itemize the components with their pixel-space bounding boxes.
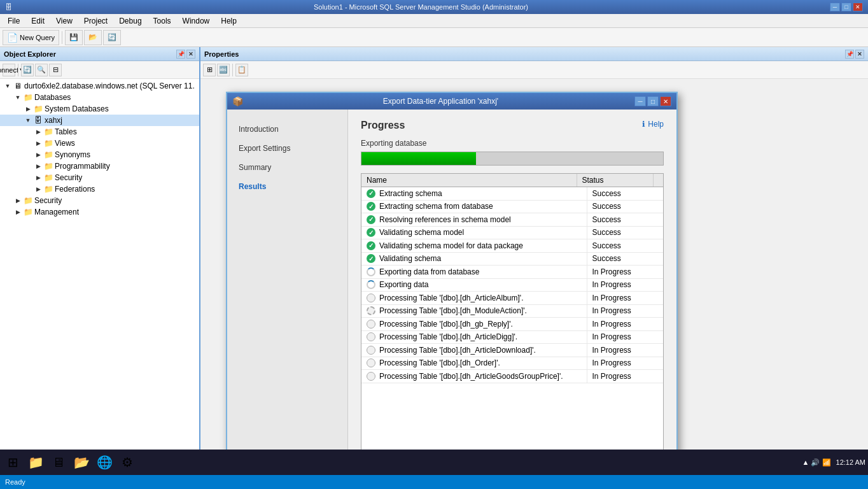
toolbar-btn-3[interactable]: 🔄 xyxy=(103,30,121,45)
props-pin-button[interactable]: 📌 xyxy=(845,50,854,59)
tree-system-databases-node[interactable]: ▶ 📁 System Databases xyxy=(0,103,199,115)
taskbar-app-4[interactable]: 🌐 xyxy=(94,452,115,472)
tree-security-root-node[interactable]: ▶ 📁 Security xyxy=(0,195,199,206)
name-cell: ✓ Validating schema xyxy=(361,253,587,266)
table-row: Processing Table '[dbo].[dh_ArticleGoods… xyxy=(361,370,663,383)
dialog-maximize-button[interactable]: □ xyxy=(647,96,659,106)
security-root-expander[interactable]: ▶ xyxy=(13,195,23,206)
oe-collapse-button[interactable]: ⊟ xyxy=(49,64,62,76)
results-table-container[interactable]: Name Status ✓ xyxy=(361,173,664,489)
taskbar-app-3[interactable]: 📂 xyxy=(71,452,92,472)
tables-expander[interactable]: ▶ xyxy=(33,127,43,137)
dialog-title-icon: 📦 xyxy=(232,96,243,106)
sys-db-expander[interactable]: ▶ xyxy=(23,104,33,114)
dialog-controls[interactable]: ─ □ ✕ xyxy=(634,96,671,106)
oe-refresh-icon: 🔄 xyxy=(23,66,32,74)
nav-results[interactable]: Results xyxy=(234,180,341,194)
dialog-close-button[interactable]: ✕ xyxy=(660,96,671,106)
table-row: ✓ Resolving references in schema model S… xyxy=(361,213,663,227)
tree-synonyms-node[interactable]: ▶ 📁 Synonyms xyxy=(0,149,199,160)
prog-expander[interactable]: ▶ xyxy=(33,161,43,171)
new-query-button[interactable]: 📄 New Query xyxy=(3,30,59,45)
dialog-minimize-button[interactable]: ─ xyxy=(634,96,646,106)
minimize-button[interactable]: ─ xyxy=(830,3,840,11)
synonyms-expander[interactable]: ▶ xyxy=(33,150,43,160)
connect-label: Connect xyxy=(0,66,18,74)
oe-refresh-button[interactable]: 🔄 xyxy=(21,64,34,76)
props-controls[interactable]: 📌 ✕ xyxy=(845,50,864,59)
row-name: Processing Table '[dbo].[dh_ArticleDigg]… xyxy=(379,332,517,341)
menu-edit[interactable]: Edit xyxy=(26,15,50,27)
views-expander[interactable]: ▶ xyxy=(33,138,43,148)
status-cell: In Progress xyxy=(587,344,663,357)
table-scroll-body[interactable]: ✓ Extracting schema Success ✓ Extracting… xyxy=(361,187,663,383)
menu-view[interactable]: View xyxy=(51,15,78,27)
mgmt-expander[interactable]: ▶ xyxy=(13,207,23,217)
connect-button[interactable]: Connect▼ xyxy=(3,64,15,76)
row-name: Processing Table '[dbo].[dh_Order]'. xyxy=(379,358,500,367)
tree-programmability-node[interactable]: ▶ 📁 Programmability xyxy=(0,160,199,172)
panel-pin-button[interactable]: 📌 xyxy=(176,50,185,59)
properties-title: Properties xyxy=(204,50,239,58)
toolbar: 📄 New Query 💾 📂 🔄 xyxy=(0,28,868,47)
menu-project[interactable]: Project xyxy=(79,15,113,27)
nav-export-settings[interactable]: Export Settings xyxy=(234,141,341,155)
menu-window[interactable]: Window xyxy=(178,15,215,27)
menu-tools[interactable]: Tools xyxy=(148,15,176,27)
tree-security-db-node[interactable]: ▶ 📁 Security xyxy=(0,172,199,183)
status-cell: In Progress xyxy=(587,370,663,383)
databases-expander[interactable]: ▼ xyxy=(13,92,23,103)
taskbar-app-1[interactable]: 📁 xyxy=(25,452,46,472)
col-name-header: Name xyxy=(361,174,577,187)
props-az-icon: 🔤 xyxy=(219,66,228,74)
start-button[interactable]: ⊞ xyxy=(3,452,23,472)
tree-xahxj-node[interactable]: ▼ 🗄 xahxj xyxy=(0,115,199,126)
props-sort-cat-button[interactable]: ⊞ xyxy=(203,64,216,76)
exporting-label: Exporting database xyxy=(361,139,664,148)
nav-introduction[interactable]: Introduction xyxy=(234,122,341,136)
menu-bar: File Edit View Project Debug Tools Windo… xyxy=(0,14,868,28)
xahxj-expander[interactable]: ▼ xyxy=(23,115,33,125)
close-button[interactable]: ✕ xyxy=(853,3,863,11)
maximize-button[interactable]: □ xyxy=(841,3,851,11)
tree-tables-node[interactable]: ▶ 📁 Tables xyxy=(0,126,199,138)
menu-debug[interactable]: Debug xyxy=(114,15,146,27)
row-name: Processing Table '[dbo].[dh_gb_Reply]'. xyxy=(379,320,513,329)
nav-summary[interactable]: Summary xyxy=(234,160,341,174)
name-cell: Processing Table '[dbo].[dh_ArticleDigg]… xyxy=(361,331,587,344)
table-row: ✓ Extracting schema from database Succes… xyxy=(361,201,663,214)
oe-filter-button[interactable]: 🔍 xyxy=(35,64,48,76)
panel-header-controls[interactable]: 📌 ✕ xyxy=(176,50,195,59)
tree-area[interactable]: ▼ 🖥 durto6xle2.database.windows.net (SQL… xyxy=(0,79,199,475)
help-link[interactable]: ℹ Help xyxy=(642,120,664,129)
results-table-body: ✓ Extracting schema Success ✓ Extracting… xyxy=(361,187,663,383)
server-expander[interactable]: ▼ xyxy=(3,81,13,91)
mgmt-label: Management xyxy=(33,208,79,216)
toolbar-icon-1: 💾 xyxy=(69,33,78,41)
props-close-button[interactable]: ✕ xyxy=(855,50,864,59)
tree-federations-node[interactable]: ▶ 📁 Federations xyxy=(0,183,199,195)
tree-server-node[interactable]: ▼ 🖥 durto6xle2.database.windows.net (SQL… xyxy=(0,80,199,92)
props-pages-button[interactable]: 📋 xyxy=(235,64,248,76)
props-pages-icon: 📋 xyxy=(237,66,246,74)
security-db-expander[interactable]: ▶ xyxy=(33,173,43,183)
fed-expander[interactable]: ▶ xyxy=(33,184,43,194)
menu-help[interactable]: Help xyxy=(216,15,242,27)
props-sort-az-button[interactable]: 🔤 xyxy=(217,64,230,76)
status-cell: In Progress xyxy=(587,279,663,292)
tree-databases-node[interactable]: ▼ 📁 Databases xyxy=(0,92,199,103)
panel-close-button[interactable]: ✕ xyxy=(186,50,195,59)
toolbar-btn-1[interactable]: 💾 xyxy=(65,30,83,45)
toolbar-btn-2[interactable]: 📂 xyxy=(84,30,102,45)
menu-file[interactable]: File xyxy=(3,15,25,27)
taskbar-app-2[interactable]: 🖥 xyxy=(48,452,69,472)
name-cell: ✓ Validating schema model for data packa… xyxy=(361,239,587,252)
tree-views-node[interactable]: ▶ 📁 Views xyxy=(0,138,199,149)
taskbar-app-5[interactable]: ⚙ xyxy=(117,452,137,472)
title-bar-controls[interactable]: ─ □ ✕ xyxy=(830,3,863,11)
pending-icon xyxy=(367,320,375,329)
security-root-label: Security xyxy=(33,196,62,205)
props-sep xyxy=(232,64,233,76)
databases-icon: 📁 xyxy=(23,92,33,103)
tree-management-node[interactable]: ▶ 📁 Management xyxy=(0,206,199,218)
